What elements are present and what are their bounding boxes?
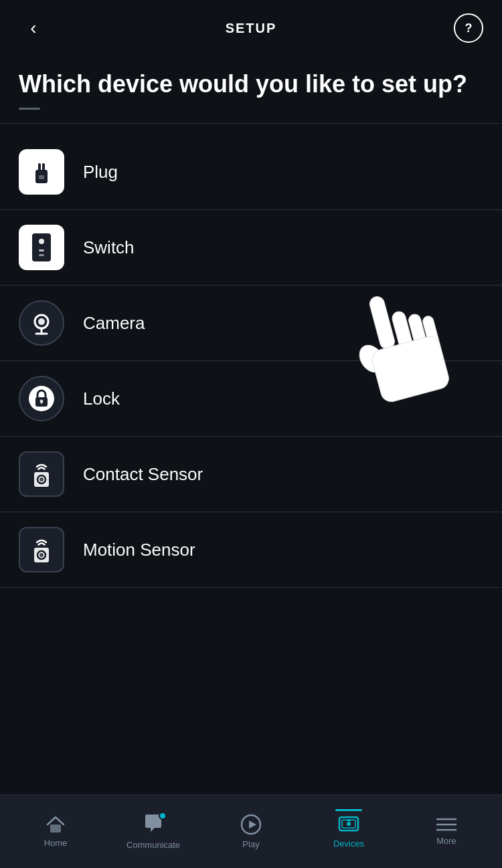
svg-rect-3: [39, 175, 44, 179]
help-button[interactable]: ?: [454, 13, 483, 43]
nav-item-devices[interactable]: Devices: [300, 809, 398, 854]
switch-label: Switch: [83, 237, 135, 258]
svg-point-21: [39, 553, 44, 557]
lock-icon: [27, 384, 56, 413]
divider-motion-sensor: [0, 587, 502, 588]
more-nav-label: More: [436, 836, 456, 846]
svg-point-18: [39, 477, 44, 481]
motion-sensor-icon: [25, 533, 58, 566]
contact-sensor-icon-bg: [19, 451, 64, 497]
play-nav-label: Play: [242, 839, 259, 849]
switch-icon: [29, 232, 54, 263]
home-nav-label: Home: [44, 838, 68, 848]
devices-icon: [337, 815, 360, 835]
bottom-nav: Home Communicate Play Devices: [0, 794, 502, 868]
top-divider: [0, 123, 502, 124]
camera-label: Camera: [83, 313, 145, 334]
svg-point-5: [39, 239, 44, 244]
nav-item-communicate[interactable]: Communicate: [104, 808, 202, 855]
camera-icon-bg: [19, 300, 64, 346]
contact-sensor-icon: [25, 457, 58, 491]
plug-icon-bg: [19, 149, 64, 195]
device-item-switch[interactable]: Switch: [0, 210, 502, 285]
device-item-motion-sensor[interactable]: Motion Sensor: [0, 512, 502, 587]
motion-sensor-label: Motion Sensor: [83, 540, 195, 560]
nav-item-play[interactable]: Play: [202, 808, 300, 855]
page-title: Which device would you like to set up?: [0, 53, 502, 104]
svg-rect-1: [38, 163, 41, 171]
back-icon: ‹: [30, 19, 36, 37]
device-item-contact-sensor[interactable]: Contact Sensor: [0, 437, 502, 512]
motion-sensor-icon-bg: [19, 527, 64, 572]
communicate-badge: [159, 812, 167, 820]
header: ‹ SETUP ?: [0, 0, 502, 53]
devices-nav-label: Devices: [333, 839, 364, 849]
svg-rect-29: [50, 825, 61, 833]
device-list: Plug Switch: [0, 134, 502, 588]
switch-icon-bg: [19, 225, 64, 270]
nav-item-more[interactable]: More: [398, 812, 495, 851]
more-icon: [436, 817, 457, 832]
lock-label: Lock: [83, 389, 120, 409]
svg-rect-15: [41, 401, 42, 404]
play-icon: [240, 814, 262, 835]
device-item-plug[interactable]: Plug: [0, 134, 502, 209]
contact-sensor-label: Contact Sensor: [83, 464, 203, 485]
help-icon: ?: [465, 21, 473, 35]
svg-point-35: [347, 822, 351, 826]
device-item-camera[interactable]: Camera: [0, 286, 502, 360]
svg-rect-4: [32, 233, 51, 261]
device-item-lock[interactable]: Lock: [0, 361, 502, 436]
camera-icon: [27, 308, 56, 338]
plug-label: Plug: [83, 162, 118, 183]
devices-active-bar: [335, 809, 362, 811]
svg-rect-7: [39, 254, 44, 256]
plug-icon: [27, 158, 56, 186]
communicate-nav-label: Communicate: [127, 840, 180, 850]
svg-marker-32: [249, 821, 256, 829]
back-button[interactable]: ‹: [19, 13, 48, 43]
svg-rect-2: [42, 163, 45, 171]
nav-item-home[interactable]: Home: [7, 810, 104, 853]
svg-rect-6: [39, 249, 44, 251]
home-icon: [46, 815, 66, 834]
title-accent: [19, 108, 40, 110]
lock-icon-bg: [19, 376, 64, 421]
main-content: Which device would you like to set up? P…: [0, 53, 502, 668]
header-title: SETUP: [226, 21, 277, 36]
svg-point-9: [38, 318, 45, 325]
